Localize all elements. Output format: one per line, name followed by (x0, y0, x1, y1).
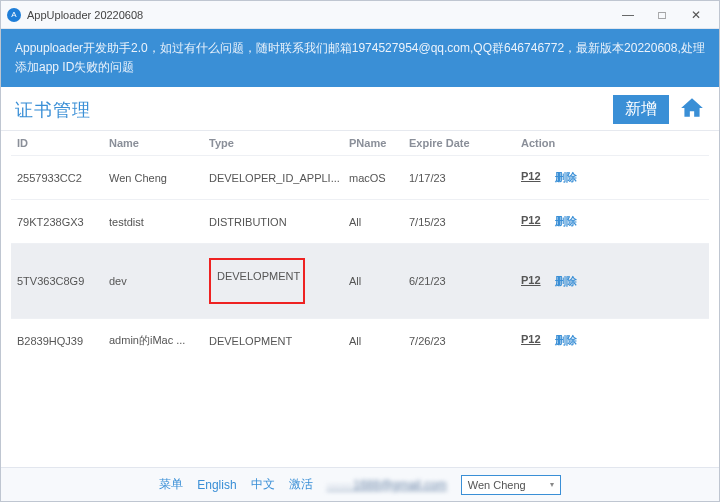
english-link[interactable]: English (197, 478, 236, 492)
col-header-id: ID (17, 137, 109, 149)
col-header-action: Action (521, 137, 641, 149)
cell-action: P12删除 (521, 214, 641, 229)
cell-id: 79KT238GX3 (17, 216, 109, 228)
cell-type: DISTRIBUTION (209, 216, 349, 228)
page-title: 证书管理 (15, 98, 613, 122)
user-select-value: Wen Cheng (468, 479, 526, 491)
cell-type: DEVELOPMENT (209, 258, 349, 304)
cell-expire: 1/17/23 (409, 172, 521, 184)
cell-action: P12删除 (521, 333, 641, 348)
cell-action: P12删除 (521, 274, 641, 289)
p12-link[interactable]: P12 (521, 214, 541, 229)
chevron-down-icon: ▾ (550, 480, 554, 489)
cell-id: 2557933CC2 (17, 172, 109, 184)
cell-pname: All (349, 335, 409, 347)
cell-name: dev (109, 275, 209, 287)
cell-name: testdist (109, 216, 209, 228)
table-header-row: ID Name Type PName Expire Date Action (11, 131, 709, 155)
user-select[interactable]: Wen Cheng ▾ (461, 475, 561, 495)
add-button[interactable]: 新增 (613, 95, 669, 124)
cell-expire: 7/15/23 (409, 216, 521, 228)
app-window: A AppUploader 20220608 — □ ✕ Appuploader… (0, 0, 720, 502)
table-row[interactable]: 2557933CC2Wen ChengDEVELOPER_ID_APPLI...… (11, 155, 709, 199)
footer-bar: 菜单 English 中文 激活 ········1688@gmail.com … (1, 467, 719, 501)
notice-banner: Appuploader开发助手2.0，如过有什么问题，随时联系我们邮箱19745… (1, 29, 719, 87)
titlebar: A AppUploader 20220608 — □ ✕ (1, 1, 719, 29)
cell-expire: 6/21/23 (409, 275, 521, 287)
home-icon[interactable] (679, 95, 705, 124)
col-header-type: Type (209, 137, 349, 149)
p12-link[interactable]: P12 (521, 274, 541, 289)
cell-pname: All (349, 275, 409, 287)
table-row[interactable]: 5TV363C8G9devDEVELOPMENTAll6/21/23P12删除 (11, 243, 709, 318)
cell-pname: macOS (349, 172, 409, 184)
table-row[interactable]: B2839HQJ39admin的iMac ...DEVELOPMENTAll7/… (11, 318, 709, 362)
cell-type: DEVELOPMENT (209, 335, 349, 347)
table-row[interactable]: 79KT238GX3testdistDISTRIBUTIONAll7/15/23… (11, 199, 709, 243)
minimize-button[interactable]: — (611, 5, 645, 25)
col-header-expire: Expire Date (409, 137, 521, 149)
cert-table: ID Name Type PName Expire Date Action 25… (1, 131, 719, 362)
cell-expire: 7/26/23 (409, 335, 521, 347)
page-header: 证书管理 新增 (1, 87, 719, 131)
col-header-name: Name (109, 137, 209, 149)
cell-name: Wen Cheng (109, 172, 209, 184)
close-button[interactable]: ✕ (679, 5, 713, 25)
delete-link[interactable]: 删除 (555, 214, 577, 229)
type-highlight-box: DEVELOPMENT (209, 258, 305, 304)
activate-link[interactable]: 激活 (289, 476, 313, 493)
p12-link[interactable]: P12 (521, 333, 541, 348)
cell-type: DEVELOPER_ID_APPLI... (209, 172, 349, 184)
window-title: AppUploader 20220608 (27, 9, 611, 21)
cell-name: admin的iMac ... (109, 333, 209, 348)
col-header-pname: PName (349, 137, 409, 149)
chinese-link[interactable]: 中文 (251, 476, 275, 493)
delete-link[interactable]: 删除 (555, 274, 577, 289)
cell-id: B2839HQJ39 (17, 335, 109, 347)
maximize-button[interactable]: □ (645, 5, 679, 25)
cell-id: 5TV363C8G9 (17, 275, 109, 287)
app-icon: A (7, 8, 21, 22)
account-email[interactable]: ········1688@gmail.com (327, 478, 447, 492)
p12-link[interactable]: P12 (521, 170, 541, 185)
cell-pname: All (349, 216, 409, 228)
menu-link[interactable]: 菜单 (159, 476, 183, 493)
cell-action: P12删除 (521, 170, 641, 185)
delete-link[interactable]: 删除 (555, 333, 577, 348)
delete-link[interactable]: 删除 (555, 170, 577, 185)
